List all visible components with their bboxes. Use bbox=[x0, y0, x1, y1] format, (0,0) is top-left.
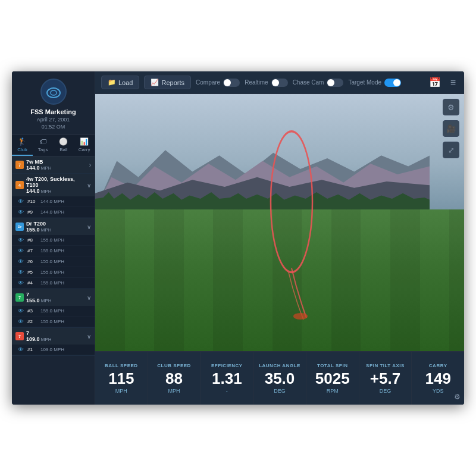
chase-cam-knob bbox=[327, 79, 334, 86]
club-7g-sub-items: 👁 #3 155.0 MPH 👁 #2 155.0 MPH bbox=[12, 306, 95, 327]
club-group-7w-header[interactable]: 7 7w MB 144.0 MPH › bbox=[12, 156, 95, 173]
svg-point-1 bbox=[51, 90, 57, 95]
menu-icon[interactable]: ≡ bbox=[448, 76, 458, 89]
sub-item-7-label: #7 bbox=[27, 248, 38, 253]
stat-club-speed-value: 88 bbox=[165, 371, 183, 386]
club-7g-label: 7 bbox=[26, 292, 87, 298]
sub-item-9-speed: 144.0 MPH bbox=[40, 209, 64, 215]
camera-button[interactable]: 🎥 bbox=[443, 120, 459, 137]
sub-item-6-speed: 155.0 MPH bbox=[40, 259, 64, 264]
stat-gear-icon[interactable]: ⚙ bbox=[454, 393, 461, 401]
club-7r-label: 7 bbox=[26, 330, 87, 336]
sub-item-2-label: #2 bbox=[27, 319, 38, 324]
sub-item-7-speed: 155.0 MPH bbox=[40, 248, 64, 253]
club-4w-sub-items: 👁 #10 144.0 MPH 👁 #9 144.0 MPH bbox=[12, 196, 95, 218]
sub-item-5-label: #5 bbox=[27, 270, 38, 275]
chase-cam-label: Chase Cam bbox=[293, 79, 324, 86]
stat-club-speed: CLUB SPEED 88 MPH bbox=[148, 352, 201, 405]
club-7w-label: 7w MB bbox=[26, 159, 89, 165]
tab-ball-label: Ball bbox=[60, 147, 67, 152]
calendar-icon[interactable]: 📅 bbox=[427, 76, 443, 89]
stat-spin-tilt-label: SPIN TILT AXIS bbox=[366, 363, 405, 368]
realtime-toggle-group: Realtime bbox=[245, 79, 287, 87]
tab-club[interactable]: 🏌 Club bbox=[12, 135, 33, 156]
user-name: FSS Marketing bbox=[30, 108, 76, 115]
list-item: 👁 #10 144.0 MPH bbox=[12, 196, 95, 207]
sub-item-10-speed: 144.0 MPH bbox=[40, 199, 64, 204]
tab-tags[interactable]: 🏷 Tags bbox=[33, 135, 54, 156]
stat-efficiency-unit: - bbox=[226, 388, 228, 394]
club-group-7g: 7 7 155.0 MPH ∨ 👁 #3 155.0 MPH bbox=[12, 289, 95, 328]
sidebar-header: FSS Marketing April 27, 2001 01:52 OM bbox=[12, 71, 95, 135]
fairway-stripe bbox=[95, 209, 125, 351]
sub-item-2-speed: 155.0 MPH bbox=[40, 319, 64, 324]
list-item: 👁 #2 155.0 MPH bbox=[12, 317, 95, 327]
club-group-dr-header[interactable]: Dr Dr T200 155.0 MPH ∨ bbox=[12, 218, 95, 235]
sidebar-tabs: 🏌 Club 🏷 Tags ⚪ Ball 📊 Carry bbox=[12, 135, 95, 156]
compare-toggle[interactable] bbox=[223, 79, 240, 87]
stat-club-speed-unit: MPH bbox=[168, 388, 180, 394]
sub-item-8-speed: 155.0 MPH bbox=[40, 237, 64, 243]
expand-button[interactable]: ⤢ bbox=[443, 142, 459, 158]
stat-carry-unit: YDS bbox=[433, 388, 444, 394]
sub-item-3-label: #3 bbox=[27, 308, 38, 314]
club-group-7g-info: 7 155.0 MPH bbox=[26, 292, 87, 303]
stat-efficiency-label: EFFICIENCY bbox=[211, 363, 243, 368]
club-group-7w-info: 7w MB 144.0 MPH bbox=[26, 159, 89, 171]
stat-carry-label: CARRY bbox=[429, 363, 447, 368]
reports-button[interactable]: 📈 Reports bbox=[144, 76, 191, 89]
club-group-4w-header[interactable]: 4 4w T200, Suckless, T100 144.0 MPH ∨ bbox=[12, 174, 95, 196]
load-label: Load bbox=[118, 79, 133, 86]
tags-icon: 🏷 bbox=[39, 137, 46, 146]
sky-area bbox=[95, 94, 464, 209]
chase-cam-toggle[interactable] bbox=[327, 79, 343, 87]
chevron-7w: › bbox=[89, 162, 91, 168]
eye-icon: 👁 bbox=[18, 237, 24, 243]
club-group-7g-header[interactable]: 7 7 155.0 MPH ∨ bbox=[12, 289, 95, 306]
stat-spin-tilt-axis: SPIN TILT AXIS +5.7 DEG bbox=[359, 352, 412, 405]
club-group-7r-header[interactable]: 7 7 109.0 MPH ∨ bbox=[12, 328, 95, 345]
outer-wrapper: FSS Marketing April 27, 2001 01:52 OM 🏌 … bbox=[0, 0, 476, 476]
stat-total-spin: TOTAL SPIN 5025 RPM bbox=[306, 352, 359, 405]
sub-item-1-label: #1 bbox=[27, 347, 38, 352]
club-group-dr-info: Dr T200 155.0 MPH bbox=[26, 221, 87, 233]
target-mode-toggle[interactable] bbox=[384, 79, 401, 87]
expand-icon: ⤢ bbox=[448, 146, 455, 155]
tab-ball[interactable]: ⚪ Ball bbox=[54, 135, 74, 156]
sub-item-8-label: #8 bbox=[27, 237, 38, 243]
chase-cam-toggle-group: Chase Cam bbox=[293, 79, 344, 87]
stat-total-spin-unit: RPM bbox=[327, 388, 339, 394]
carry-icon: 📊 bbox=[80, 137, 89, 146]
settings-icon: ⚙ bbox=[447, 103, 455, 112]
chevron-4w: ∨ bbox=[87, 182, 91, 189]
ball-icon: ⚪ bbox=[59, 137, 68, 146]
tab-carry[interactable]: 📊 Carry bbox=[74, 135, 95, 156]
list-item: 👁 #7 155.0 MPH bbox=[12, 246, 95, 256]
eye-icon: 👁 bbox=[18, 209, 24, 215]
badge-4w: 4 bbox=[15, 181, 24, 189]
compare-label: Compare bbox=[196, 79, 220, 86]
club-group-4w-info: 4w T200, Suckless, T100 144.0 MPH bbox=[26, 176, 87, 194]
list-item: 👁 #5 155.0 MPH bbox=[12, 267, 95, 278]
badge-7g: 7 bbox=[15, 293, 24, 302]
settings-button[interactable]: ⚙ bbox=[443, 99, 459, 115]
club-group-7w: 7 7w MB 144.0 MPH › bbox=[12, 156, 95, 174]
realtime-toggle[interactable] bbox=[271, 79, 288, 87]
load-button[interactable]: 📁 Load bbox=[101, 76, 139, 89]
compare-toggle-group: Compare bbox=[196, 79, 240, 87]
main-content: 📁 Load 📈 Reports Compare Realtime bbox=[95, 71, 464, 405]
user-date: April 27, 2001 bbox=[37, 117, 70, 123]
badge-7r: 7 bbox=[15, 332, 24, 340]
stat-spin-tilt-unit: DEG bbox=[380, 388, 392, 394]
stats-bar: BALL SPEED 115 MPH CLUB SPEED 88 MPH EFF… bbox=[95, 351, 464, 405]
club-group-7r-info: 7 109.0 MPH bbox=[26, 330, 87, 342]
sub-item-5-speed: 155.0 MPH bbox=[40, 270, 64, 275]
app-container: FSS Marketing April 27, 2001 01:52 OM 🏌 … bbox=[12, 71, 464, 405]
club-7g-speed: 155.0 MPH bbox=[26, 298, 87, 303]
stat-carry-value: 149 bbox=[425, 371, 450, 386]
stat-ball-speed: BALL SPEED 115 MPH bbox=[95, 352, 148, 405]
list-item: 👁 #1 109.0 MPH bbox=[12, 345, 95, 355]
realtime-knob bbox=[272, 79, 279, 86]
club-dr-sub-items: 👁 #8 155.0 MPH 👁 #7 155.0 MPH 👁 #6 bbox=[12, 235, 95, 289]
club-4w-label: 4w T200, Suckless, T100 bbox=[26, 176, 87, 188]
